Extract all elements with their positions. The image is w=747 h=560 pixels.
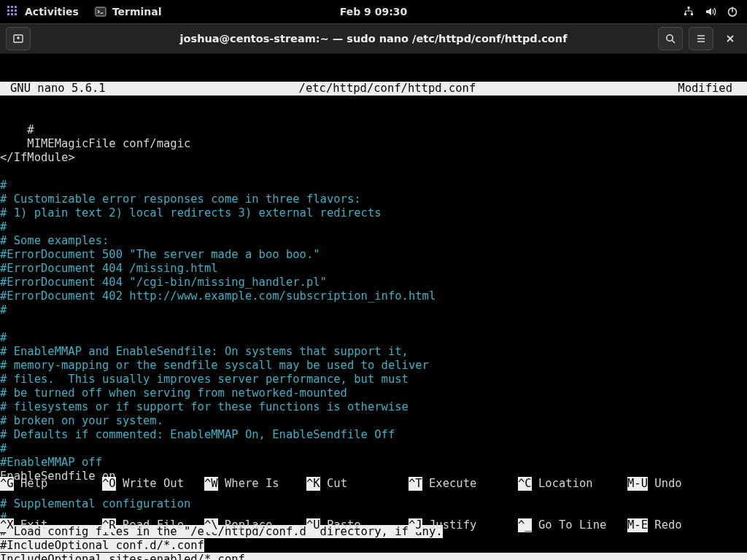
shortcut-label: Help <box>14 477 48 491</box>
editor-line: #ErrorDocument 404 /missing.html <box>0 262 747 276</box>
close-icon <box>724 33 736 44</box>
svg-rect-0 <box>96 7 106 16</box>
shortcut-cut: ^K Cut <box>306 477 409 491</box>
shortcut-where-is: ^W Where Is <box>204 477 306 491</box>
editor-line: # <box>0 220 747 234</box>
editor-line: # Defaults if commented: EnableMMAP On, … <box>0 428 747 442</box>
gnome-topbar: Activities Terminal Feb 9 09:30 <box>0 0 747 23</box>
shortcut-key: ^X <box>0 518 14 532</box>
activities-icon <box>7 6 19 18</box>
editor-line: # be turned off when serving from networ… <box>0 386 747 400</box>
app-menu[interactable]: Terminal <box>95 6 162 18</box>
new-tab-icon <box>12 33 24 44</box>
shortcut-go-to-line: ^_ Go To Line <box>518 518 627 532</box>
editor-line: # files. This usually improves server pe… <box>0 373 747 386</box>
shortcut-key: ^U <box>306 518 320 532</box>
shortcut-exit: ^X Exit <box>0 518 102 532</box>
shortcut-label: Replace <box>218 518 273 532</box>
shortcut-paste: ^U Paste <box>306 518 409 532</box>
shortcut-undo: M-U Undo <box>627 477 682 491</box>
shortcut-help: ^G Help <box>0 477 102 491</box>
shortcut-key: ^T <box>409 477 422 491</box>
nano-status: Modified <box>678 82 747 96</box>
shortcut-label: Execute <box>422 477 477 491</box>
shortcut-write-out: ^O Write Out <box>102 477 204 491</box>
shortcut-label: Paste <box>320 518 361 532</box>
activities-label: Activities <box>25 6 79 18</box>
editor-line: # <box>0 331 747 345</box>
hamburger-icon <box>695 33 707 44</box>
shortcut-label: Go To Line <box>532 518 607 532</box>
shortcut-key: ^J <box>409 518 422 532</box>
clock[interactable]: Feb 9 09:30 <box>340 6 408 18</box>
network-icon[interactable] <box>683 6 694 18</box>
editor-line: # filesystems or if support for these fu… <box>0 400 747 414</box>
shortcut-key: ^C <box>518 477 532 491</box>
shortcut-label: Write Out <box>116 477 184 491</box>
editor-line: MIMEMagicFile conf/magic <box>0 137 747 151</box>
shortcut-label: Where Is <box>218 477 279 491</box>
shortcut-label: Exit <box>14 518 48 532</box>
shortcut-replace: ^\ Replace <box>204 518 306 532</box>
shortcut-key: ^_ <box>518 518 532 532</box>
new-tab-button[interactable] <box>6 27 31 50</box>
svg-rect-3 <box>691 13 693 15</box>
shortcut-label: Redo <box>648 518 682 532</box>
editor-line: # EnableMMAP and EnableSendfile: On syst… <box>0 345 747 359</box>
shortcut-location: ^C Location <box>518 477 627 491</box>
menu-button[interactable] <box>689 27 713 50</box>
activities-button[interactable]: Activities <box>7 6 79 18</box>
window-title: joshua@centos-stream:~ — sudo nano /etc/… <box>180 33 568 44</box>
editor-line: </IfModule> <box>0 151 747 165</box>
shortcut-execute: ^T Execute <box>409 477 518 491</box>
shortcut-read-file: ^R Read File <box>102 518 204 532</box>
shortcut-key: M-E <box>627 518 648 532</box>
editor-line: #ErrorDocument 500 "The server made a bo… <box>0 248 747 262</box>
window-headerbar: joshua@centos-stream:~ — sudo nano /etc/… <box>0 23 747 54</box>
power-icon[interactable] <box>727 6 738 18</box>
terminal-icon <box>95 6 107 18</box>
shortcut-justify: ^J Justify <box>409 518 518 532</box>
nano-app: GNU nano 5.6.1 <box>0 82 106 96</box>
shortcut-label: Location <box>532 477 593 491</box>
editor-line: # <box>0 123 747 137</box>
editor-line: # <box>0 179 747 192</box>
shortcut-label: Cut <box>320 477 347 491</box>
search-button[interactable] <box>658 27 683 50</box>
editor-line: # memory-mapping or the sendfile syscall… <box>0 359 747 373</box>
shortcut-label: Read File <box>116 518 184 532</box>
editor-line: #ErrorDocument 402 http://www.example.co… <box>0 289 747 303</box>
shortcut-key: ^\ <box>204 518 218 532</box>
editor-line: # Some examples: <box>0 234 747 248</box>
editor-line: # 1) plain text 2) local redirects 3) ex… <box>0 206 747 220</box>
shortcut-key: ^K <box>306 477 320 491</box>
terminal-viewport[interactable]: GNU nano 5.6.1 /etc/httpd/conf/httpd.con… <box>0 54 747 560</box>
nano-file: /etc/httpd/conf/httpd.conf <box>299 82 476 96</box>
shortcut-label: Justify <box>422 518 477 532</box>
shortcut-key: ^W <box>204 477 218 491</box>
editor-line: # broken on your system. <box>0 414 747 428</box>
editor-line: # Customizable error responses come in t… <box>0 192 747 206</box>
shortcut-redo: M-E Redo <box>627 518 682 532</box>
svg-rect-2 <box>684 13 686 15</box>
app-label: Terminal <box>112 6 162 18</box>
editor-line: #ErrorDocument 404 "/cgi-bin/missing_han… <box>0 276 747 289</box>
shortcut-key: ^G <box>0 477 14 491</box>
shortcut-key: ^O <box>102 477 116 491</box>
shortcut-key: M-U <box>627 477 648 491</box>
search-icon <box>665 33 676 44</box>
svg-rect-1 <box>688 7 690 9</box>
close-button[interactable] <box>718 27 743 50</box>
nano-shortcuts: ^G Help^O Write Out^W Where Is^K Cut^T E… <box>0 449 747 560</box>
shortcut-key: ^R <box>102 518 116 532</box>
editor-line: # <box>0 303 747 317</box>
svg-point-6 <box>667 35 673 41</box>
volume-icon[interactable] <box>705 6 716 18</box>
nano-titlebar: GNU nano 5.6.1 /etc/httpd/conf/httpd.con… <box>0 82 747 96</box>
editor-line <box>0 317 747 331</box>
shortcut-label: Undo <box>648 477 682 491</box>
editor-line <box>0 165 747 179</box>
